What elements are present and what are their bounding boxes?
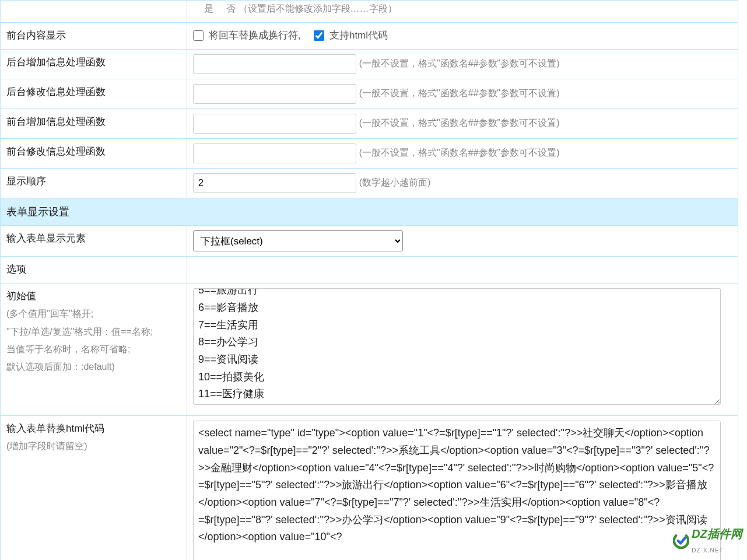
label-initial-value: 初始值 [6, 290, 36, 302]
row-backend-mod-fn: 后台修改信息处理函数 (一般不设置，格式"函数名##参数"参数可不设置) [1, 79, 738, 108]
checkbox-replace-newline[interactable] [193, 30, 204, 41]
hint-initial-3: 当值等于名称时，名称可省略; [6, 341, 181, 358]
checkbox-replace-newline-label: 将回车替换成换行符, [209, 30, 301, 41]
top-partial-hint: 是 否 （设置后不能修改添加字段……字段） [199, 4, 397, 13]
select-form-element[interactable]: 下拉框(select) [193, 230, 403, 251]
hint-backend-mod-fn: (一般不设置，格式"函数名##参数"参数可不设置) [359, 88, 560, 98]
input-backend-mod-fn[interactable] [193, 84, 356, 104]
row-replace-html: 输入表单替换html代码 (增加字段时请留空) [1, 416, 738, 560]
row-front-mod-fn: 前台修改信息处理函数 (一般不设置，格式"函数名##参数"参数可不设置) [1, 138, 738, 168]
section-form-display: 表单显示设置 [1, 198, 738, 226]
hint-initial-1: (多个值用"回车"格开; [6, 305, 181, 323]
input-display-order[interactable] [193, 173, 356, 193]
partial-top-row: 是 否 （设置后不能修改添加字段……字段） [1, 1, 738, 23]
label-backend-add-fn: 后台增加信息处理函数 [1, 49, 187, 79]
textarea-initial-value[interactable] [193, 288, 721, 405]
hint-front-mod-fn: (一般不设置，格式"函数名##参数"参数可不设置) [359, 148, 560, 158]
label-front-mod-fn: 前台修改信息处理函数 [1, 138, 187, 168]
hint-front-add-fn: (一般不设置，格式"函数名##参数"参数可不设置) [359, 118, 560, 128]
row-options: 选项 [1, 257, 738, 284]
hint-display-order: (数字越小越前面) [359, 177, 431, 187]
checkbox-support-html-label: 支持html代码 [329, 30, 388, 41]
settings-table: 是 否 （设置后不能修改添加字段……字段） 前台内容显示 将回车替换成换行符, … [0, 0, 738, 560]
hint-initial-2: "下拉/单选/复选"格式用：值==名称; [6, 323, 181, 341]
row-initial-value: 初始值 (多个值用"回车"格开; "下拉/单选/复选"格式用：值==名称; 当值… [1, 284, 738, 416]
input-front-mod-fn[interactable] [193, 144, 356, 163]
row-backend-add-fn: 后台增加信息处理函数 (一般不设置，格式"函数名##参数"参数可不设置) [1, 49, 738, 79]
checkbox-support-html[interactable] [314, 30, 324, 41]
row-front-add-fn: 前台增加信息处理函数 (一般不设置，格式"函数名##参数"参数可不设置) [1, 108, 738, 138]
input-front-add-fn[interactable] [193, 114, 356, 134]
label-form-element: 输入表单显示元素 [1, 226, 187, 257]
row-display-order: 显示顺序 (数字越小越前面) [1, 168, 738, 198]
section-form-display-title: 表单显示设置 [1, 198, 738, 226]
textarea-replace-html[interactable] [193, 421, 721, 560]
label-replace-html: 输入表单替换html代码 [6, 423, 104, 434]
hint-replace-html: (增加字段时请留空) [6, 438, 181, 455]
hint-initial-4: 默认选项后面加：:default) [6, 358, 181, 376]
input-backend-add-fn[interactable] [193, 54, 356, 74]
label-front-add-fn: 前台增加信息处理函数 [1, 108, 187, 138]
row-form-element: 输入表单显示元素 下拉框(select) [1, 226, 738, 257]
label-front-display: 前台内容显示 [1, 22, 187, 49]
row-front-display: 前台内容显示 将回车替换成换行符, 支持html代码 [1, 22, 738, 49]
label-backend-mod-fn: 后台修改信息处理函数 [1, 79, 187, 108]
hint-backend-add-fn: (一般不设置，格式"函数名##参数"参数可不设置) [359, 58, 560, 68]
label-display-order: 显示顺序 [1, 168, 187, 198]
label-options: 选项 [1, 257, 187, 284]
